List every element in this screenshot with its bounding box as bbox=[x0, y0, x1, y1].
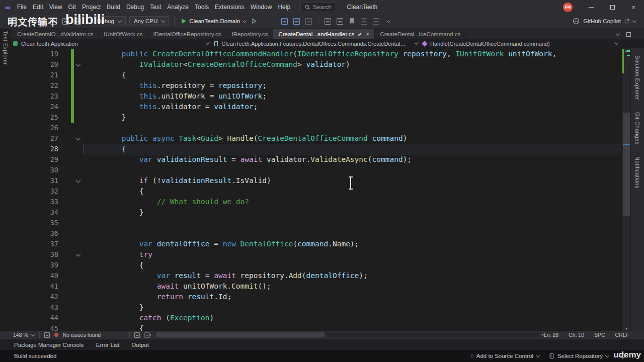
line-number[interactable]: 43 bbox=[0, 302, 58, 313]
side-tab-test-explorer[interactable]: Test Explorer bbox=[3, 31, 9, 65]
menu-build[interactable]: Build bbox=[104, 0, 123, 14]
save-all-icon[interactable] bbox=[73, 17, 82, 26]
attach-process-icon[interactable] bbox=[280, 17, 289, 26]
zoom-dropdown[interactable]: 148 % bbox=[13, 332, 35, 338]
document-tab[interactable]: IRepository.cs bbox=[226, 29, 273, 39]
fold-chevron-icon[interactable] bbox=[76, 62, 81, 67]
maximize-button[interactable] bbox=[602, 0, 623, 14]
code-line[interactable]: 26 bbox=[0, 123, 622, 133]
line-number[interactable]: 39 bbox=[0, 260, 58, 270]
code-line[interactable]: 40 var result = await repository.Add(den… bbox=[0, 270, 622, 281]
prev-bookmark-icon[interactable] bbox=[372, 17, 380, 26]
panel-tab-output[interactable]: Output bbox=[126, 342, 154, 348]
code-line[interactable]: 24 this.validator = validator; bbox=[0, 102, 622, 112]
hscroll-left-icon[interactable]: ◄ bbox=[148, 333, 151, 336]
open-file-icon[interactable] bbox=[49, 17, 58, 26]
navigate-back-icon[interactable]: ← bbox=[6, 17, 15, 26]
uncomment-icon[interactable] bbox=[336, 17, 344, 26]
start-debugging-button[interactable]: CleanTeeth.Domain bbox=[182, 18, 246, 24]
menu-window[interactable]: Window bbox=[248, 0, 275, 14]
notifications-bell-icon[interactable] bbox=[619, 352, 626, 359]
next-bookmark-icon[interactable] bbox=[360, 17, 368, 26]
close-button[interactable]: × bbox=[623, 0, 644, 14]
menu-git[interactable]: Git bbox=[65, 0, 79, 14]
code-line[interactable]: 42 return result.Id; bbox=[0, 292, 622, 302]
comment-icon[interactable] bbox=[324, 17, 332, 26]
github-copilot-button[interactable]: GitHub Copilot bbox=[573, 18, 636, 25]
new-file-icon[interactable] bbox=[37, 17, 46, 26]
code-line[interactable]: 19 public CreateDentalOfficeCommandHandl… bbox=[0, 49, 622, 59]
code-line[interactable]: 45 { bbox=[0, 323, 622, 331]
menu-file[interactable]: File bbox=[14, 0, 30, 14]
line-number[interactable]: 30 bbox=[0, 165, 58, 175]
code-line[interactable]: 33 // What should we do? bbox=[0, 197, 622, 207]
minimize-button[interactable] bbox=[581, 0, 602, 14]
line-number[interactable]: 41 bbox=[0, 281, 58, 292]
fold-chevron-icon[interactable] bbox=[76, 252, 81, 257]
document-health-icon[interactable] bbox=[44, 332, 50, 338]
line-number[interactable]: 44 bbox=[0, 313, 58, 323]
code-editor[interactable]: 19 public CreateDentalOfficeCommandHandl… bbox=[0, 48, 622, 331]
code-cleanup-icon[interactable] bbox=[134, 332, 140, 338]
menu-help[interactable]: Help bbox=[275, 0, 293, 14]
hot-reload-icon[interactable] bbox=[292, 17, 301, 26]
panel-tab-package-manager-console[interactable]: Package Manager Console bbox=[9, 342, 89, 348]
document-tab[interactable]: CreateDental...andHandler.cs× bbox=[273, 29, 375, 39]
breadcrumb-member-dropdown[interactable]: Handle(CreateDentalOfficeCommand command… bbox=[423, 41, 623, 47]
window-layout-icon[interactable] bbox=[626, 32, 631, 37]
code-line[interactable]: 44 catch (Exception) bbox=[0, 313, 622, 323]
step-over-icon[interactable] bbox=[304, 17, 313, 26]
menu-analyze[interactable]: Analyze bbox=[164, 0, 192, 14]
fold-chevron-icon[interactable] bbox=[76, 178, 81, 183]
document-tab[interactable]: CreateDentalO...dValidator.cs bbox=[12, 29, 99, 39]
code-line[interactable]: 29 var validationResult = await validato… bbox=[0, 154, 622, 165]
menu-project[interactable]: Project bbox=[79, 0, 104, 14]
document-tab[interactable]: IUnitOfWork.cs bbox=[99, 29, 148, 39]
menu-tools[interactable]: Tools bbox=[192, 0, 212, 14]
document-tab[interactable]: IDentalOfficeRepository.cs bbox=[148, 29, 226, 39]
pin-icon[interactable] bbox=[358, 32, 362, 37]
profile-badge[interactable]: FM bbox=[563, 3, 573, 12]
select-repository-button[interactable]: Select Repository bbox=[549, 353, 609, 359]
code-line[interactable]: 36 bbox=[0, 228, 622, 239]
document-list-chevron-icon[interactable] bbox=[616, 31, 620, 35]
side-tab-git-changes[interactable]: Git Changes bbox=[634, 112, 640, 144]
code-line[interactable]: 20 IValidator<CreateDentalOfficeCommand>… bbox=[0, 59, 622, 70]
code-line[interactable]: 34 } bbox=[0, 207, 622, 218]
line-number[interactable]: 37 bbox=[0, 239, 58, 249]
line-number[interactable]: 24 bbox=[0, 102, 58, 112]
line-number[interactable]: 27 bbox=[0, 133, 58, 144]
code-line[interactable]: 21 { bbox=[0, 70, 622, 80]
vertical-scrollbar[interactable]: ▲ ▼ bbox=[622, 48, 630, 331]
code-line[interactable]: 22 this.repository = repository; bbox=[0, 80, 622, 91]
line-number[interactable]: 36 bbox=[0, 228, 58, 239]
code-line[interactable]: 37 var dentalOffice = new DentalOffice(c… bbox=[0, 239, 622, 249]
menu-extensions[interactable]: Extensions bbox=[212, 0, 248, 14]
line-number[interactable]: 40 bbox=[0, 270, 58, 281]
close-icon[interactable]: × bbox=[366, 31, 369, 37]
code-line[interactable]: 41 await unitOfWork.Commit(); bbox=[0, 281, 622, 292]
breadcrumb-type-dropdown[interactable]: CleanTeeth.Application.Features.DentalOf… bbox=[214, 41, 423, 47]
start-without-debugging-icon[interactable] bbox=[250, 17, 258, 26]
document-tab[interactable]: CreateDental...iceCommand.cs bbox=[375, 29, 466, 39]
line-number[interactable]: 31 bbox=[0, 175, 58, 186]
code-line[interactable]: 38 try bbox=[0, 249, 622, 260]
toolbar-overflow-icon[interactable] bbox=[386, 18, 390, 22]
line-number[interactable]: 38 bbox=[0, 249, 58, 260]
scroll-down-icon[interactable]: ▼ bbox=[622, 327, 630, 330]
add-to-source-control-button[interactable]: ↑ Add to Source Control bbox=[470, 352, 539, 359]
horizontal-scrollbar[interactable] bbox=[154, 332, 539, 337]
code-line[interactable]: 32 { bbox=[0, 186, 622, 197]
code-line[interactable]: 39 { bbox=[0, 260, 622, 270]
side-tab-solution-explorer[interactable]: Solution Explorer bbox=[634, 55, 640, 100]
platform-dropdown[interactable]: Any CPU bbox=[129, 16, 169, 26]
line-number[interactable]: 32 bbox=[0, 186, 58, 197]
line-number[interactable]: 28 bbox=[0, 144, 58, 154]
line-number[interactable]: 29 bbox=[0, 154, 58, 165]
line-number[interactable]: 45 bbox=[0, 323, 58, 331]
save-icon[interactable] bbox=[61, 17, 70, 26]
hscrollbar-thumb[interactable] bbox=[156, 332, 325, 337]
navigate-forward-icon[interactable]: → bbox=[18, 17, 27, 26]
scrollbar-thumb[interactable] bbox=[623, 113, 630, 216]
fold-chevron-icon[interactable] bbox=[76, 136, 81, 141]
